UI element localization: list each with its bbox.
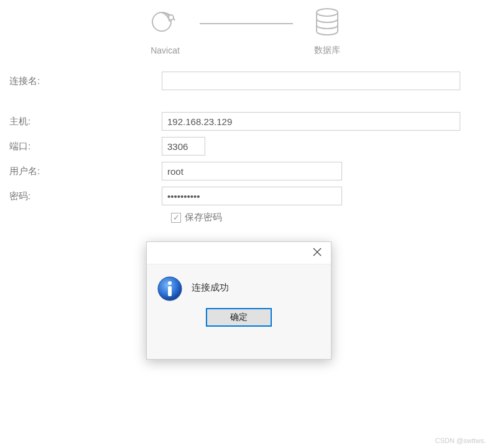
- database-block: 数据库: [312, 6, 343, 56]
- port-input[interactable]: [162, 137, 205, 156]
- navicat-icon: [150, 7, 181, 40]
- navicat-block: Navicat: [150, 7, 181, 55]
- message-dialog: 连接成功 确定: [146, 241, 332, 360]
- connection-form: 连接名: 主机: 端口: 用户名: 密码: ✓ 保存密码: [0, 72, 492, 223]
- close-icon: [313, 248, 322, 259]
- svg-rect-7: [168, 286, 172, 296]
- info-icon: [157, 276, 183, 302]
- save-password-row[interactable]: ✓ 保存密码: [171, 212, 492, 223]
- password-label: 密码:: [9, 190, 162, 202]
- dialog-titlebar: [147, 242, 331, 264]
- dialog-message: 连接成功: [192, 276, 229, 294]
- save-password-label: 保存密码: [185, 212, 222, 223]
- ok-button[interactable]: 确定: [206, 308, 272, 327]
- svg-point-2: [317, 9, 338, 16]
- navicat-label: Navicat: [151, 45, 180, 55]
- watermark: CSDN @swttws.: [435, 437, 486, 444]
- database-label: 数据库: [314, 45, 340, 56]
- svg-point-1: [169, 15, 174, 20]
- password-input[interactable]: [162, 187, 342, 205]
- username-label: 用户名:: [9, 166, 162, 177]
- host-input[interactable]: [162, 112, 460, 131]
- connector-line: [200, 23, 293, 24]
- svg-point-6: [168, 281, 172, 285]
- save-password-checkbox[interactable]: ✓: [171, 213, 181, 223]
- dialog-buttons: 确定: [147, 308, 331, 337]
- port-label: 端口:: [9, 141, 162, 152]
- connection-name-input[interactable]: [162, 72, 460, 90]
- host-label: 主机:: [9, 116, 162, 128]
- username-input[interactable]: [162, 162, 342, 180]
- header-icons: Navicat 数据库: [0, 0, 492, 56]
- connection-name-label: 连接名:: [9, 75, 162, 87]
- svg-point-0: [152, 12, 171, 31]
- dialog-body: 连接成功: [147, 264, 331, 308]
- database-icon: [312, 6, 343, 40]
- close-button[interactable]: [304, 242, 331, 264]
